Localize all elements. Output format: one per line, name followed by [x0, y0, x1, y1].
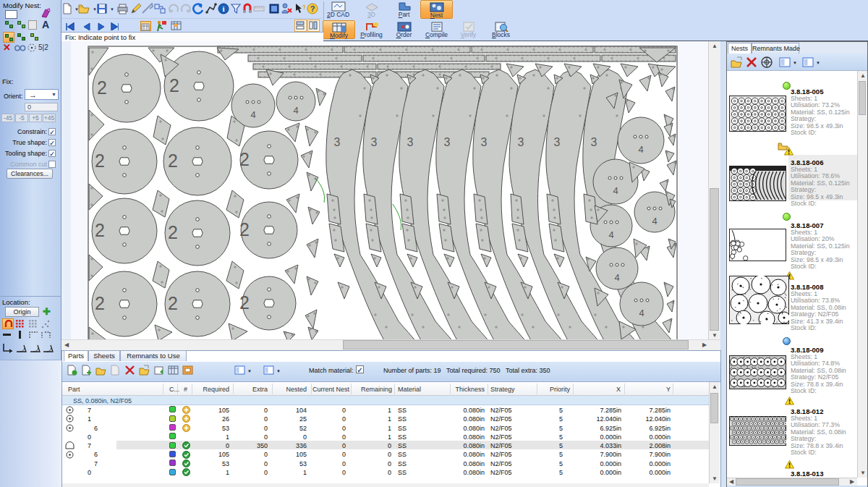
svg-text:3: 3: [407, 136, 414, 148]
svg-text:2: 2: [95, 151, 105, 171]
svg-text:3: 3: [554, 136, 561, 148]
svg-text:2: 2: [97, 77, 107, 98]
svg-text:3: 3: [591, 136, 597, 148]
svg-text:?: ?: [302, 4, 305, 11]
svg-text:2: 2: [95, 293, 105, 313]
svg-text:4: 4: [614, 272, 619, 283]
svg-text:4: 4: [639, 308, 644, 318]
svg-text:4: 4: [638, 144, 643, 155]
svg-text:2: 2: [239, 149, 250, 169]
svg-text:2: 2: [239, 219, 250, 240]
svg-text:4: 4: [250, 109, 255, 120]
svg-text:2: 2: [95, 220, 105, 240]
svg-text:2: 2: [168, 293, 178, 313]
svg-text:?: ?: [310, 4, 315, 13]
svg-text:3: 3: [334, 136, 341, 148]
svg-text:4: 4: [652, 216, 657, 226]
svg-text:2: 2: [169, 75, 179, 96]
svg-text:2: 2: [168, 151, 178, 171]
svg-text:3: 3: [481, 136, 488, 148]
svg-text:3: 3: [518, 136, 524, 148]
svg-text:2: 2: [239, 292, 250, 313]
svg-text:3: 3: [371, 136, 378, 148]
svg-text:4: 4: [608, 229, 613, 240]
svg-text:i: i: [222, 4, 224, 13]
svg-text:3: 3: [444, 136, 451, 148]
svg-text:2: 2: [168, 222, 178, 242]
svg-text:4: 4: [293, 105, 298, 116]
svg-text:4: 4: [613, 185, 618, 196]
